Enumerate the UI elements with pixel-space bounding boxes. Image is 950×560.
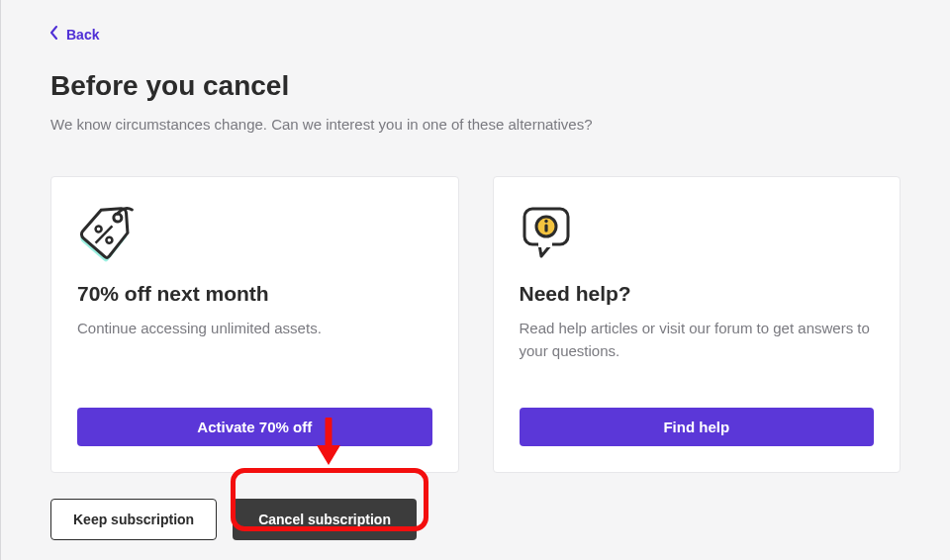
offer-cards: 70% off next month Continue accessing un… [50,176,901,473]
price-tag-icon [77,205,432,262]
chevron-left-icon [50,26,58,43]
activate-discount-button[interactable]: Activate 70% off [77,408,432,446]
help-title: Need help? [520,282,875,306]
svg-rect-6 [538,241,552,247]
cancel-subscription-button[interactable]: Cancel subscription [233,499,417,540]
svg-point-8 [544,220,547,223]
page-subtitle: We know circumstances change. Can we int… [50,116,901,133]
offer-body: Continue accessing unlimited assets. [77,318,432,362]
back-link[interactable]: Back [50,26,99,43]
cancel-retention-page: Back Before you cancel We know circumsta… [0,0,950,560]
find-help-button[interactable]: Find help [520,408,875,446]
page-title: Before you cancel [50,70,901,102]
action-row: Keep subscription Cancel subscription [50,499,901,540]
help-body: Read help articles or visit our forum to… [520,318,875,362]
offer-card-discount: 70% off next month Continue accessing un… [50,176,459,473]
offer-title: 70% off next month [77,282,432,306]
info-speech-icon [520,205,875,262]
keep-subscription-button[interactable]: Keep subscription [50,499,217,540]
offer-card-help: Need help? Read help articles or visit o… [493,176,902,473]
back-label: Back [66,27,99,43]
svg-rect-9 [544,225,547,233]
